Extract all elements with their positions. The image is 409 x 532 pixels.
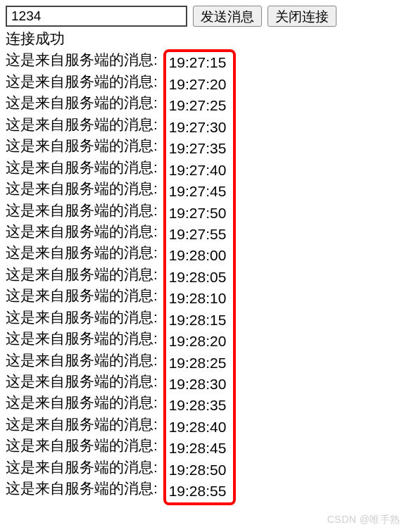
connection-status: 连接成功 <box>6 28 403 49</box>
message-prefix: 这是来自服务端的消息: <box>6 435 162 456</box>
message-time-column: 19:27:1519:27:2019:27:2519:27:3019:27:35… <box>169 52 227 502</box>
send-message-button[interactable]: 发送消息 <box>193 6 262 27</box>
message-prefix: 这是来自服务端的消息: <box>6 392 162 413</box>
message-time: 19:28:30 <box>169 374 227 395</box>
message-time: 19:27:30 <box>169 117 227 138</box>
close-connection-button[interactable]: 关闭连接 <box>268 6 336 27</box>
message-time: 19:27:50 <box>169 203 227 224</box>
message-time: 19:28:15 <box>169 310 227 331</box>
message-list: 这是来自服务端的消息: 这是来自服务端的消息: 这是来自服务端的消息: 这是来自… <box>6 49 403 505</box>
message-time: 19:28:00 <box>169 245 227 266</box>
message-prefix: 这是来自服务端的消息: <box>6 92 162 113</box>
time-highlight-box: 19:27:1519:27:2019:27:2519:27:3019:27:35… <box>163 49 237 505</box>
message-prefix: 这是来自服务端的消息: <box>6 478 162 499</box>
message-time: 19:28:20 <box>169 331 227 352</box>
message-prefix: 这是来自服务端的消息: <box>6 350 162 371</box>
message-time: 19:28:55 <box>169 481 227 502</box>
message-time: 19:28:25 <box>169 353 227 374</box>
message-time: 19:27:35 <box>169 138 227 159</box>
message-prefix: 这是来自服务端的消息: <box>6 178 162 199</box>
message-time: 19:28:35 <box>169 395 227 416</box>
message-prefix: 这是来自服务端的消息: <box>6 457 162 478</box>
message-time: 19:28:45 <box>169 438 227 459</box>
message-time: 19:27:40 <box>169 160 227 181</box>
message-time: 19:28:50 <box>169 460 227 481</box>
message-prefix: 这是来自服务端的消息: <box>6 307 162 328</box>
message-prefix: 这是来自服务端的消息: <box>6 135 162 156</box>
message-time: 19:28:05 <box>169 267 227 288</box>
message-time: 19:27:25 <box>169 95 227 116</box>
message-prefix: 这是来自服务端的消息: <box>6 114 162 135</box>
message-input[interactable] <box>6 6 187 27</box>
message-time: 19:27:15 <box>169 52 227 73</box>
message-prefix: 这是来自服务端的消息: <box>6 71 162 92</box>
message-prefix: 这是来自服务端的消息: <box>6 157 162 178</box>
message-time: 19:27:45 <box>169 181 227 202</box>
message-prefix: 这是来自服务端的消息: <box>6 285 162 306</box>
message-prefix: 这是来自服务端的消息: <box>6 49 162 70</box>
message-prefix: 这是来自服务端的消息: <box>6 242 162 263</box>
message-prefix: 这是来自服务端的消息: <box>6 200 162 221</box>
message-time: 19:27:55 <box>169 224 227 245</box>
message-prefix: 这是来自服务端的消息: <box>6 414 162 435</box>
message-time: 19:28:10 <box>169 288 227 309</box>
message-time: 19:27:20 <box>169 74 227 95</box>
message-prefix: 这是来自服务端的消息: <box>6 221 162 242</box>
message-prefix-column: 这是来自服务端的消息: 这是来自服务端的消息: 这是来自服务端的消息: 这是来自… <box>6 49 162 499</box>
message-prefix: 这是来自服务端的消息: <box>6 371 162 392</box>
message-time: 19:28:40 <box>169 417 227 438</box>
log-area: 连接成功 这是来自服务端的消息: 这是来自服务端的消息: 这是来自服务端的消息:… <box>6 28 403 505</box>
message-prefix: 这是来自服务端的消息: <box>6 328 162 349</box>
toolbar: 发送消息 关闭连接 <box>6 6 403 27</box>
message-prefix: 这是来自服务端的消息: <box>6 264 162 285</box>
